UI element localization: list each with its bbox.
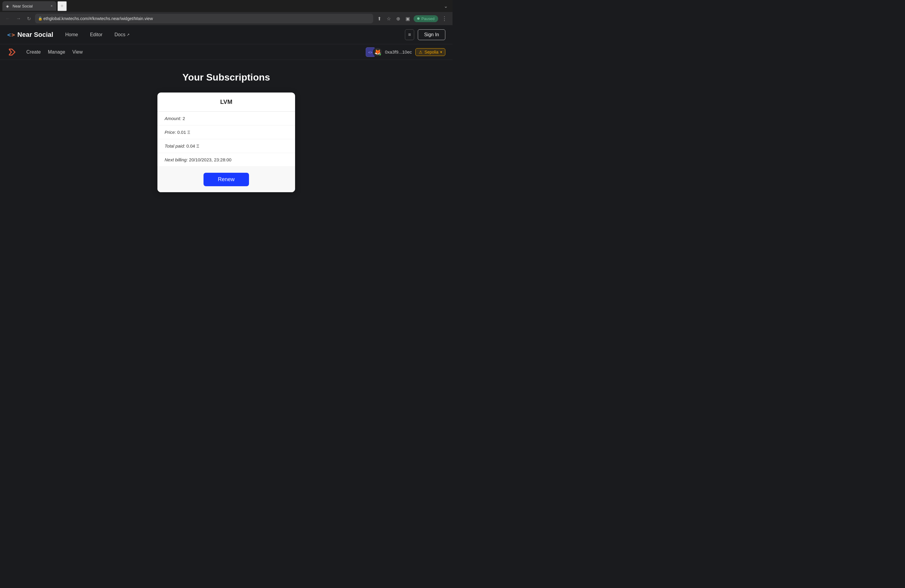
network-badge[interactable]: ⚠ Sepolia ▾: [415, 48, 445, 56]
next-billing-label: Next billing:: [165, 157, 188, 162]
bookmark-button[interactable]: ☆: [385, 15, 393, 23]
sub-nav-right: <> 🦊 0xa3f9...10ec ⚠ Sepolia ▾: [366, 47, 445, 57]
sub-nav-brand-icon: [7, 47, 17, 57]
app-nav-links: Home Editor Docs ↗: [63, 31, 405, 39]
card-header: LVM: [157, 92, 295, 112]
total-paid-label: Total paid:: [165, 143, 185, 148]
wallet-info: <> 🦊 0xa3f9...10ec: [366, 47, 412, 57]
sub-nav-manage[interactable]: Manage: [48, 48, 65, 56]
card-title: LVM: [220, 99, 233, 105]
wallet-icons: <> 🦊: [366, 47, 383, 57]
docs-label: Docs: [114, 32, 125, 37]
renew-button[interactable]: Renew: [203, 173, 249, 186]
next-billing-value: 20/10/2023, 23:28:00: [189, 157, 232, 162]
tab-favicon: ◈: [6, 4, 10, 8]
paused-badge[interactable]: Paused: [414, 15, 438, 22]
page-title: Your Subscriptions: [183, 72, 270, 83]
sub-nav-create[interactable]: Create: [26, 48, 41, 56]
back-button[interactable]: ←: [3, 15, 12, 22]
card-footer: Renew: [157, 167, 295, 192]
browser-toolbar: ← → ↻ 🔒 ⬆ ☆ ⊕ ▣ Paused ⋮: [0, 12, 452, 25]
total-paid-value: 0.04 Ξ: [186, 143, 199, 148]
price-label: Price:: [165, 130, 176, 135]
paused-dot: [417, 17, 419, 20]
amount-value: 2: [183, 116, 185, 121]
logo-text: Near Social: [17, 31, 53, 39]
card-row-next-billing: Next billing: 20/10/2023, 23:28:00: [157, 153, 295, 167]
address-bar-wrap: 🔒: [35, 14, 373, 23]
card-row-price: Price: 0.01 Ξ: [157, 126, 295, 139]
refresh-button[interactable]: ↻: [25, 15, 33, 23]
wallet-address: 0xa3f9...10ec: [385, 49, 412, 54]
browser-menu-button[interactable]: ⋮: [440, 14, 449, 23]
address-bar[interactable]: [35, 14, 373, 23]
nav-docs[interactable]: Docs ↗: [112, 31, 132, 39]
sub-nav: Create Manage View <> 🦊 0xa3f9...10ec: [0, 44, 452, 60]
app-logo[interactable]: < > Near Social: [7, 31, 53, 39]
logo-bracket-right: >: [11, 31, 15, 38]
new-tab-button[interactable]: +: [57, 1, 67, 11]
sub-nav-view[interactable]: View: [72, 48, 83, 56]
network-label: Sepolia: [424, 50, 438, 54]
close-tab-button[interactable]: ×: [51, 4, 53, 8]
tab-list-button[interactable]: ⌄: [441, 2, 450, 10]
tab-title: Near Social: [13, 4, 48, 8]
svg-text:<>: <>: [368, 50, 372, 54]
browser-tab[interactable]: ◈ Near Social ×: [2, 1, 56, 11]
nav-home[interactable]: Home: [63, 31, 81, 39]
price-value: 0.01 Ξ: [177, 130, 190, 135]
sign-in-button[interactable]: Sign In: [418, 29, 445, 40]
extensions-button[interactable]: ⊕: [394, 15, 402, 23]
main-content: Your Subscriptions LVM Amount: 2 Price: …: [0, 60, 452, 204]
logo-bracket-left: <: [7, 31, 11, 38]
tab-bar: ◈ Near Social × + ⌄: [0, 0, 452, 12]
logo-icon: < >: [7, 31, 15, 38]
forward-button[interactable]: →: [14, 15, 23, 22]
toolbar-actions: ⬆ ☆ ⊕ ▣ Paused ⋮: [376, 14, 449, 23]
card-row-total-paid: Total paid: 0.04 Ξ: [157, 139, 295, 153]
app: < > Near Social Home Editor Docs ↗ ≡ Sig…: [0, 25, 452, 294]
share-button[interactable]: ⬆: [376, 15, 383, 23]
app-nav: < > Near Social Home Editor Docs ↗ ≡ Sig…: [0, 25, 452, 44]
network-warning-icon: ⚠: [419, 50, 422, 54]
metamask-fox-icon: 🦊: [373, 47, 383, 57]
sidebar-toggle-button[interactable]: ▣: [404, 15, 412, 23]
app-nav-right: ≡ Sign In: [405, 29, 445, 40]
amount-label: Amount:: [165, 116, 181, 121]
browser-chrome: ◈ Near Social × + ⌄ ← → ↻ 🔒 ⬆ ☆ ⊕ ▣ Paus…: [0, 0, 452, 25]
network-chevron-icon: ▾: [440, 50, 442, 54]
wallet-connected-dot: [379, 53, 381, 56]
subscription-card: LVM Amount: 2 Price: 0.01 Ξ Total paid: …: [157, 92, 295, 192]
card-row-amount: Amount: 2: [157, 112, 295, 126]
hamburger-button[interactable]: ≡: [405, 29, 414, 40]
nav-editor[interactable]: Editor: [88, 31, 105, 39]
paused-label: Paused: [421, 16, 435, 21]
lock-icon: 🔒: [38, 16, 43, 21]
docs-external-icon: ↗: [127, 33, 130, 37]
